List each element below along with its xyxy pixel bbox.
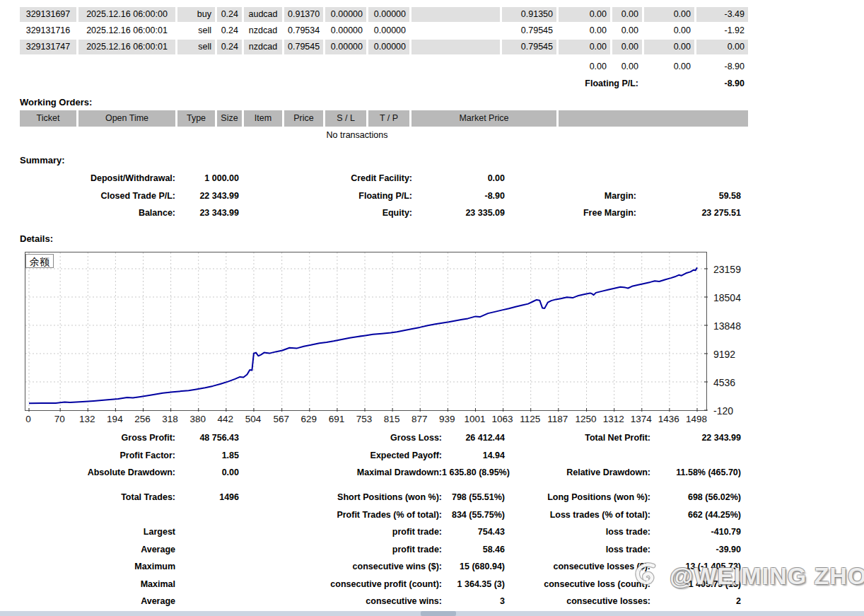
stat-value: 26 412.44	[442, 429, 505, 447]
stat-label: Margin:	[505, 187, 636, 205]
col-header-item: Item	[244, 110, 282, 127]
trade-cell-ticket: 329131697	[20, 7, 76, 22]
y-axis-tick-label: -120	[713, 405, 763, 417]
stats-grid-bottom: Total Trades:1496Short Positions (won %)…	[20, 489, 741, 610]
stat-value	[175, 593, 239, 610]
stat-value: 48 756.43	[175, 429, 239, 447]
stat-value: 2	[650, 593, 741, 610]
floating-pl-label: Floating P/L:	[20, 76, 642, 91]
x-axis-tick-label: 1250	[571, 414, 602, 424]
stat-value: 698 (56.02%)	[650, 489, 741, 506]
balance-chart: 余额 23159185041384891924536-1200701321942…	[25, 252, 859, 429]
totals-spacer	[20, 59, 556, 74]
x-axis-tick-label: 691	[321, 414, 352, 424]
trade-cell-item: nzdcad	[244, 40, 282, 54]
y-axis-tick-label: 9192	[713, 349, 763, 360]
stat-label: Free Margin:	[505, 204, 636, 222]
stat-value	[175, 523, 239, 541]
stat-label	[505, 447, 650, 465]
x-axis-tick-label: 939	[431, 414, 462, 424]
working-orders-header: Ticket Open Time Type Size Item Price S …	[20, 110, 748, 127]
x-axis-tick-label: 1312	[598, 414, 629, 424]
stat-value: 1 000.00	[175, 170, 239, 187]
stat-value: -1 405.73 (13)	[650, 576, 741, 593]
bottom-scrollbar-thumb[interactable]	[421, 611, 456, 616]
x-axis-tick-label: 380	[182, 414, 214, 424]
stat-label: Average	[20, 541, 175, 559]
x-axis-tick-label: 504	[238, 414, 269, 424]
stat-label: Short Positions (won %):	[239, 489, 442, 506]
stat-label: Floating P/L:	[239, 187, 412, 205]
stat-value: 15 (680.94)	[442, 558, 505, 576]
y-axis-tick-label: 13848	[713, 320, 763, 332]
open-trades-totals-row: 0.00 0.00 0.00 -8.90	[20, 59, 748, 76]
summary-title: Summary:	[20, 155, 65, 165]
totals-taxes: 0.00	[612, 59, 642, 74]
x-axis-tick-label: 1436	[653, 414, 684, 424]
trade-cell-swap: 0.00	[644, 23, 694, 38]
stat-value: 14.94	[442, 447, 505, 465]
x-axis-tick-label: 1001	[459, 414, 490, 424]
stat-label: Largest	[20, 523, 175, 541]
stat-value: 58.46	[442, 541, 505, 559]
trade-cell-open_time: 2025.12.16 06:00:01	[78, 40, 175, 54]
stat-value: 3	[442, 593, 505, 610]
stat-label: Maximal	[20, 576, 175, 593]
stat-label: consecutive loss (count):	[505, 576, 650, 593]
trade-cell-size: 0.24	[217, 40, 242, 54]
stat-label: consecutive wins:	[239, 593, 442, 610]
trade-cell-taxes: 0.00	[612, 40, 642, 54]
stat-value	[636, 170, 741, 187]
stat-label: Profit Trades (% of total):	[239, 506, 442, 524]
stat-label: Gross Profit:	[20, 429, 175, 447]
open-trade-row: 3291317162025.12.16 06:00:01sell0.24nzdc…	[20, 23, 748, 38]
trade-cell-commission: 0.00	[559, 7, 610, 22]
stat-label: Total Net Profit:	[505, 429, 650, 447]
trade-cell-profit: -1.92	[696, 23, 748, 38]
stat-value: 754.43	[442, 523, 505, 541]
col-header-price: Price	[284, 110, 323, 127]
trade-cell-profit: -3.49	[696, 7, 748, 22]
stat-label	[505, 170, 636, 187]
trade-cell-market_price: 0.79545	[502, 40, 556, 54]
col-header-open-time: Open Time	[78, 110, 175, 127]
stat-value: 11.58% (465.70)	[650, 464, 741, 482]
x-axis-tick-label: 1498	[681, 414, 712, 424]
col-header-size: Size	[217, 110, 242, 127]
stat-value: 1496	[175, 489, 239, 506]
totals-commission: 0.00	[559, 59, 610, 74]
stat-label: Gross Loss:	[239, 429, 442, 447]
stat-value	[650, 447, 741, 465]
stat-value: 0.00	[175, 464, 239, 482]
x-axis-tick-label: 1374	[626, 414, 657, 424]
trade-cell-size: 0.24	[217, 23, 242, 38]
trade-cell-tp: 0.00000	[368, 23, 409, 38]
trade-cell-type: buy	[177, 7, 215, 22]
col-header-sl: S / L	[325, 110, 366, 127]
x-axis-tick-label: 753	[349, 414, 380, 424]
stat-label: consecutive wins ($):	[239, 558, 442, 576]
stat-label: consecutive profit (count):	[239, 576, 442, 593]
trade-cell-taxes: 0.00	[612, 7, 642, 22]
trade-cell-ticket: 329131747	[20, 40, 76, 54]
floating-pl-value: -8.90	[644, 76, 748, 91]
stat-label: profit trade:	[239, 523, 442, 541]
chart-legend-balance: 余额	[25, 254, 54, 268]
col-header-ticket: Ticket	[20, 110, 76, 127]
stat-value	[175, 558, 239, 576]
stat-label: Balance:	[20, 204, 175, 222]
y-axis-tick-label: 18504	[713, 292, 763, 303]
trade-cell-taxes: 0.00	[612, 23, 642, 38]
stat-label: Average	[20, 593, 175, 610]
stat-value	[175, 541, 239, 559]
stat-value: 1 364.35 (3)	[442, 576, 505, 593]
stat-value: -39.90	[650, 541, 741, 559]
stat-label: loss trade:	[505, 523, 650, 541]
trade-cell-open_time: 2025.12.16 06:00:01	[78, 23, 175, 38]
stat-value: -410.79	[650, 523, 741, 541]
trade-cell-tp: 0.00000	[368, 7, 409, 22]
stat-label: Credit Facility:	[239, 170, 412, 187]
stat-value: 1 635.80 (8.95%)	[442, 464, 505, 482]
stat-label: Maximum	[20, 558, 175, 576]
x-axis-tick-label: 0	[13, 414, 44, 424]
